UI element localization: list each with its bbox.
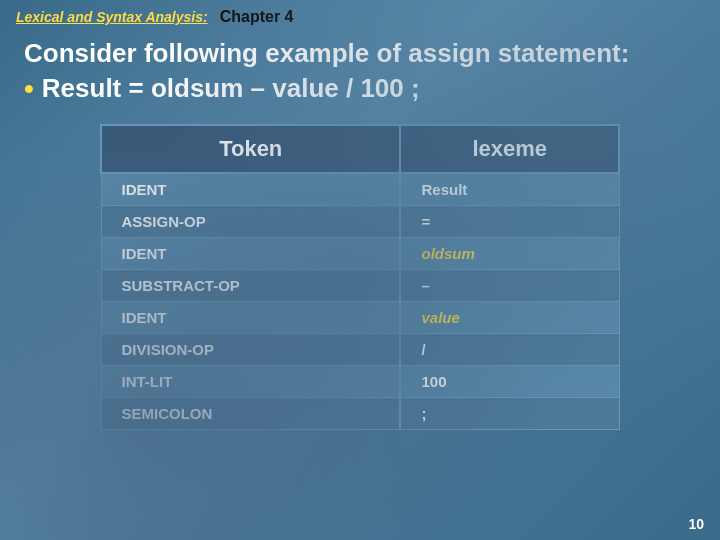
- table-body: IDENTResultASSIGN-OP=IDENToldsumSUBSTRAC…: [101, 173, 619, 430]
- table-row: SUBSTRACT-OP–: [101, 270, 619, 302]
- token-table: Token lexeme IDENTResultASSIGN-OP=IDENTo…: [100, 124, 620, 430]
- table-header-row: Token lexeme: [101, 125, 619, 173]
- bullet-text: Result = oldsum – value / 100 ;: [42, 73, 420, 104]
- token-cell: SUBSTRACT-OP: [101, 270, 400, 302]
- lexeme-cell: –: [400, 270, 619, 302]
- table-row: IDENTvalue: [101, 302, 619, 334]
- table-row: DIVISION-OP/: [101, 334, 619, 366]
- table-row: INT-LIT100: [101, 366, 619, 398]
- page-number: 10: [688, 516, 704, 532]
- token-cell: IDENT: [101, 173, 400, 206]
- token-cell: INT-LIT: [101, 366, 400, 398]
- table-container: Token lexeme IDENTResultASSIGN-OP=IDENTo…: [100, 124, 620, 430]
- lexeme-cell: =: [400, 206, 619, 238]
- header: Lexical and Syntax Analysis: Chapter 4: [0, 0, 720, 30]
- table-row: IDENTResult: [101, 173, 619, 206]
- token-cell: IDENT: [101, 238, 400, 270]
- lexeme-cell: Result: [400, 173, 619, 206]
- bullet-dot: •: [24, 75, 34, 103]
- table-row: IDENToldsum: [101, 238, 619, 270]
- lexeme-cell: 100: [400, 366, 619, 398]
- intro-section: Consider following example of assign sta…: [0, 30, 720, 116]
- col-lexeme-header: lexeme: [400, 125, 619, 173]
- col-token-header: Token: [101, 125, 400, 173]
- token-cell: IDENT: [101, 302, 400, 334]
- token-cell: DIVISION-OP: [101, 334, 400, 366]
- token-cell: ASSIGN-OP: [101, 206, 400, 238]
- lexeme-cell: oldsum: [400, 238, 619, 270]
- intro-title: Consider following example of assign sta…: [24, 38, 696, 69]
- table-row: ASSIGN-OP=: [101, 206, 619, 238]
- header-chapter: Chapter 4: [220, 8, 294, 26]
- header-link: Lexical and Syntax Analysis:: [16, 9, 208, 25]
- lexeme-cell: /: [400, 334, 619, 366]
- token-cell: SEMICOLON: [101, 398, 400, 430]
- table-row: SEMICOLON;: [101, 398, 619, 430]
- lexeme-cell: value: [400, 302, 619, 334]
- lexeme-cell: ;: [400, 398, 619, 430]
- intro-bullet: • Result = oldsum – value / 100 ;: [24, 73, 696, 104]
